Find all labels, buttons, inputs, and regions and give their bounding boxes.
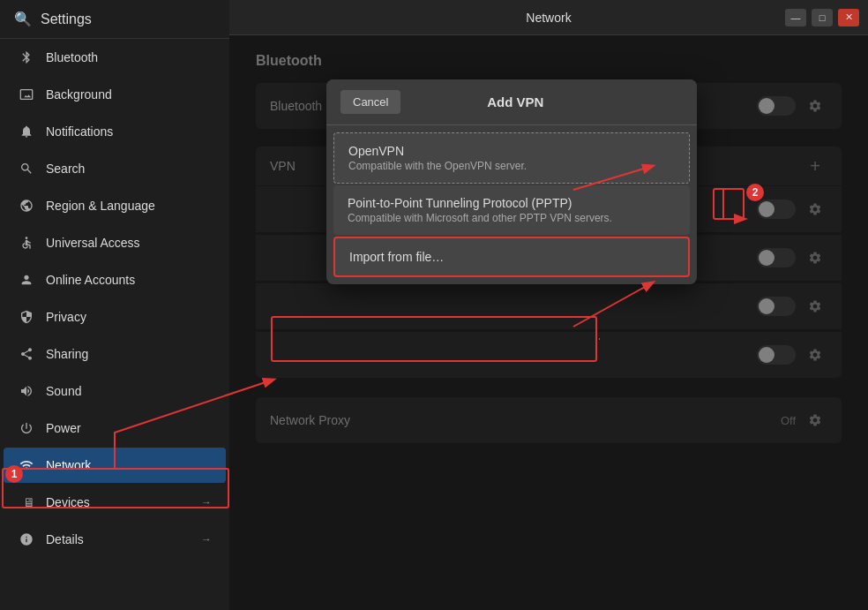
details-arrow: → (201, 533, 212, 546)
sharing-icon (18, 345, 35, 363)
vpn-option-pptp[interactable]: Point-to-Point Tunneling Protocol (PPTP)… (333, 185, 690, 235)
sidebar-item-label-privacy: Privacy (46, 310, 86, 324)
sidebar-item-label-sound: Sound (46, 384, 81, 398)
sidebar-item-details[interactable]: Details → (4, 522, 226, 557)
sidebar-item-label-notifications: Notifications (46, 124, 113, 139)
sidebar-item-devices[interactable]: 🖥 Devices → (4, 485, 226, 520)
maximize-button[interactable]: □ (812, 9, 833, 26)
pptp-desc: Compatible with Microsoft and other PPTP… (348, 212, 676, 224)
details-icon (18, 531, 35, 548)
privacy-icon (18, 308, 35, 326)
sidebar-item-background[interactable]: Background (4, 77, 226, 112)
sidebar-item-label-bluetooth: Bluetooth (46, 50, 98, 64)
dialog-body: OpenVPN Compatible with the OpenVPN serv… (326, 125, 697, 284)
region-icon (18, 197, 35, 215)
pptp-title: Point-to-Point Tunneling Protocol (PPTP) (348, 196, 676, 210)
add-vpn-dialog: Cancel Add VPN OpenVPN Compatible with t… (326, 79, 697, 284)
dialog-title: Add VPN (487, 94, 543, 109)
openvpn-title: OpenVPN (348, 144, 675, 158)
search-icon: 🔍 (14, 11, 32, 27)
minimize-button[interactable]: — (785, 9, 806, 26)
sidebar-item-label-devices: Devices (46, 495, 90, 509)
sidebar-item-bluetooth[interactable]: Bluetooth (4, 40, 226, 75)
window-title: Network (526, 11, 571, 25)
devices-arrow: → (201, 496, 212, 508)
cancel-button[interactable]: Cancel (340, 90, 400, 114)
main-content: Network — □ ✕ Bluetooth Bluetooth (229, 0, 868, 610)
sidebar-item-label-details: Details (46, 532, 84, 546)
sidebar-item-sound[interactable]: Sound (4, 373, 226, 409)
sidebar-header: 🔍 Settings (0, 0, 229, 39)
sound-icon (18, 382, 35, 400)
sidebar-item-online-accounts[interactable]: Online Accounts (4, 262, 226, 297)
sidebar: 🔍 Settings Bluetooth Background Notifica… (0, 0, 229, 610)
sidebar-header-title: Settings (41, 11, 92, 27)
close-button[interactable]: ✕ (838, 9, 859, 26)
online-accounts-icon (18, 271, 35, 289)
power-icon (18, 419, 35, 437)
bluetooth-icon (18, 49, 35, 66)
svg-point-0 (26, 237, 28, 239)
sidebar-item-label-online-accounts: Online Accounts (46, 273, 135, 287)
window-controls: — □ ✕ (785, 9, 859, 26)
devices-icon: 🖥 (18, 493, 35, 511)
sidebar-item-label-universal-access: Universal Access (46, 236, 140, 250)
vpn-option-openvpn[interactable]: OpenVPN Compatible with the OpenVPN serv… (333, 132, 690, 184)
titlebar: Network — □ ✕ (229, 0, 868, 35)
sidebar-item-label-network: Network (46, 458, 91, 472)
search-sidebar-icon (18, 160, 35, 177)
sidebar-item-sharing[interactable]: Sharing (4, 336, 226, 372)
openvpn-desc: Compatible with the OpenVPN server. (348, 160, 675, 172)
universal-access-icon (18, 234, 35, 252)
background-icon (18, 86, 35, 103)
dialog-header: Cancel Add VPN (326, 79, 697, 125)
sidebar-item-region[interactable]: Region & Language (4, 188, 226, 223)
sidebar-item-label-search: Search (46, 162, 85, 176)
dialog-overlay: Cancel Add VPN OpenVPN Compatible with t… (229, 35, 868, 610)
vpn-option-import[interactable]: Import from file… (333, 237, 690, 277)
sidebar-item-network[interactable]: Network (4, 448, 226, 483)
sidebar-item-notifications[interactable]: Notifications (4, 114, 226, 149)
sidebar-item-power[interactable]: Power (4, 410, 226, 446)
sidebar-item-label-sharing: Sharing (46, 347, 88, 361)
sidebar-item-label-background: Background (46, 87, 112, 102)
network-icon (18, 456, 35, 474)
sidebar-item-privacy[interactable]: Privacy (4, 299, 226, 335)
sidebar-item-label-power: Power (46, 421, 81, 435)
sidebar-item-search[interactable]: Search (4, 151, 226, 186)
import-label: Import from file… (349, 250, 444, 264)
sidebar-item-label-region: Region & Language (46, 199, 155, 213)
sidebar-item-universal-access[interactable]: Universal Access (4, 225, 226, 260)
network-content: Bluetooth Bluetooth VPN + (229, 35, 868, 610)
notifications-icon (18, 123, 35, 140)
